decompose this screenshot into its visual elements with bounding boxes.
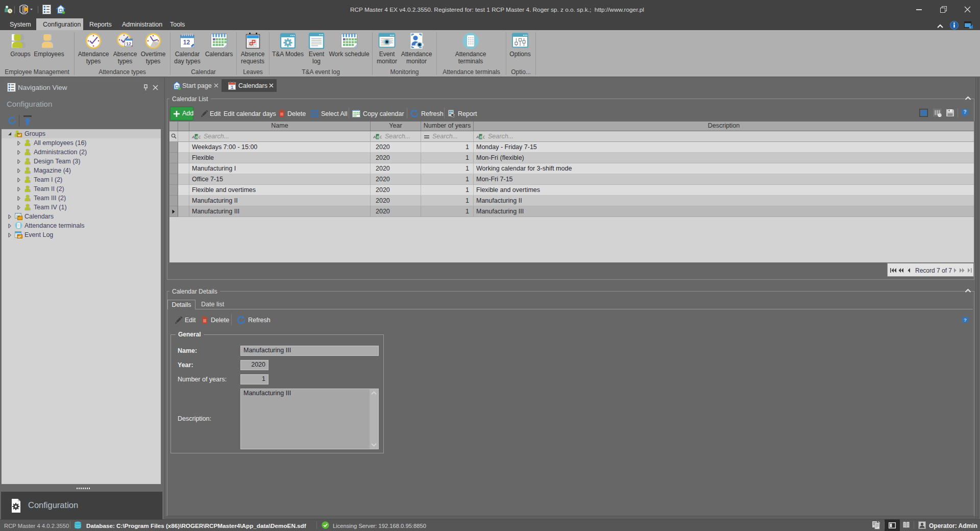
svg-text:C: C	[379, 135, 382, 139]
svg-text:C: C	[482, 135, 485, 139]
svg-text:A: A	[373, 135, 376, 139]
svg-text:A: A	[476, 135, 479, 139]
svg-text:12: 12	[183, 39, 190, 46]
svg-text:12: 12	[126, 41, 131, 46]
svg-text:C: C	[198, 135, 201, 139]
svg-text:?: ?	[963, 109, 966, 115]
svg-text:A: A	[192, 135, 194, 139]
svg-text:1: 1	[231, 85, 233, 90]
svg-text:?: ?	[964, 317, 967, 323]
